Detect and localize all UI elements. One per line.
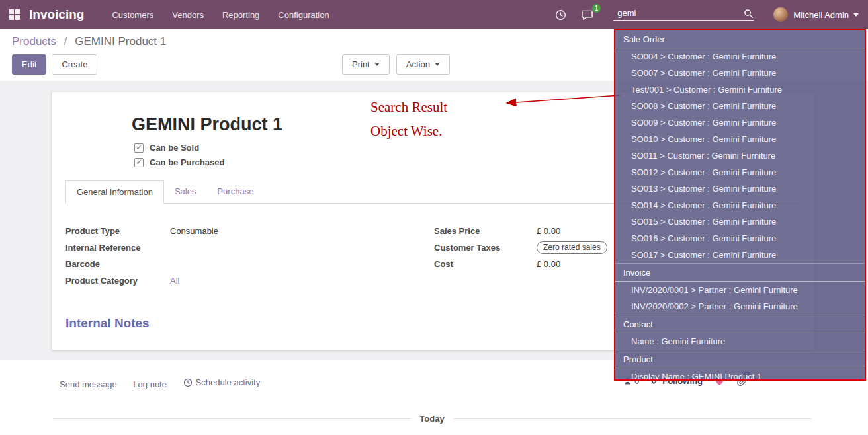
divider-line [454, 418, 811, 419]
breadcrumb-current: GEMINI Product 1 [75, 35, 166, 48]
search-icon[interactable] [744, 9, 754, 19]
product-category-row: Product Category All [65, 274, 434, 287]
menu-item[interactable]: Customers [112, 10, 153, 20]
chevron-down-icon [374, 63, 380, 69]
search-result-item[interactable]: SO017 > Customer : Gemini Furniture [615, 247, 865, 263]
schedule-activity-label: Schedule activity [196, 377, 261, 387]
today-label: Today [419, 414, 444, 424]
search-result-item[interactable]: SO015 > Customer : Gemini Furniture [615, 214, 865, 230]
checkbox-checked-icon[interactable] [134, 143, 144, 153]
breadcrumb-separator: / [64, 35, 67, 48]
log-note-button[interactable]: Log note [133, 379, 167, 389]
messages-icon[interactable]: 1 [581, 9, 593, 20]
app-title[interactable]: Invoicing [29, 7, 84, 22]
search-result-item[interactable]: SO007 > Customer : Gemini Furniture [615, 65, 865, 81]
search-group-header: Contact [615, 315, 865, 333]
search-group-header: Sale Order [615, 30, 865, 48]
print-menu-button[interactable]: Print [342, 54, 390, 75]
search-results-list: Sale OrderSO004 > Customer : Gemini Furn… [615, 30, 865, 381]
search-results-dropdown: Sale OrderSO004 > Customer : Gemini Furn… [614, 29, 866, 381]
search-result-item[interactable]: Test/001 > Customer : Gemini Furniture [615, 81, 865, 98]
print-button-label: Print [352, 59, 370, 69]
user-avatar[interactable] [773, 7, 788, 22]
user-menu[interactable]: Mitchell Admin [793, 10, 849, 20]
menu-item[interactable]: Reporting [222, 10, 259, 20]
barcode-label: Barcode [65, 258, 170, 270]
cost-label: Cost [434, 258, 537, 270]
edit-button[interactable]: Edit [12, 54, 46, 75]
breadcrumb-products-link[interactable]: Products [12, 35, 56, 48]
search-result-item[interactable]: SO016 > Customer : Gemini Furniture [615, 230, 865, 247]
document-action-buttons: Print Action [342, 54, 450, 75]
search-result-item[interactable]: INV/2020/0001 > Partner : Gemini Furnitu… [615, 282, 865, 298]
tab-general-information[interactable]: General Information [65, 180, 164, 204]
annotation-arrow [498, 90, 623, 110]
search-result-item[interactable]: SO010 > Customer : Gemini Furniture [615, 131, 865, 147]
internal-reference-label: Internal Reference [65, 241, 170, 254]
action-button-label: Action [406, 59, 430, 69]
can-be-purchased-label: Can be Purchased [150, 157, 224, 167]
tab-purchase[interactable]: Purchase [206, 180, 264, 203]
search-result-item[interactable]: SO008 > Customer : Gemini Furniture [615, 98, 865, 114]
can-be-sold-label: Can be Sold [150, 143, 199, 153]
chevron-down-icon [435, 63, 440, 69]
barcode-row: Barcode [65, 258, 434, 270]
internal-reference-row: Internal Reference [65, 241, 434, 254]
product-type-value: Consumable [170, 225, 218, 237]
top-menu: CustomersVendorsReportingConfiguration [112, 10, 329, 20]
cost-value: £ 0.00 [537, 258, 560, 270]
send-message-button[interactable]: Send message [60, 379, 117, 389]
customer-taxes-badge: Zero rated sales [537, 241, 607, 254]
annotation-line-2: Object Wise. [370, 119, 447, 143]
chevron-down-icon [853, 13, 859, 19]
search-result-item[interactable]: SO011 > Customer : Gemini Furniture [615, 147, 865, 164]
menu-item[interactable]: Configuration [278, 10, 329, 20]
sales-price-label: Sales Price [434, 225, 537, 237]
search-result-item[interactable]: SO004 > Customer : Gemini Furniture [615, 48, 865, 65]
product-type-label: Product Type [65, 225, 170, 237]
activities-clock-icon[interactable] [555, 9, 566, 20]
search-result-item[interactable]: Display Name : GEMINI Product 1 [615, 368, 865, 381]
search-result-item[interactable]: Name : Gemini Furniture [615, 333, 865, 350]
sales-price-value: £ 0.00 [537, 225, 560, 237]
product-type-row: Product Type Consumable [65, 225, 434, 237]
search-result-item[interactable]: SO012 > Customer : Gemini Furniture [615, 164, 865, 180]
tab-sales[interactable]: Sales [164, 180, 207, 203]
divider-line [53, 418, 410, 419]
top-navbar: Invoicing CustomersVendorsReportingConfi… [0, 0, 868, 29]
search-result-item[interactable]: SO009 > Customer : Gemini Furniture [615, 114, 865, 131]
menu-item[interactable]: Vendors [172, 10, 204, 20]
search-group-header: Product [615, 350, 865, 368]
customer-taxes-label: Customer Taxes [434, 241, 537, 254]
annotation-line-1: Search Result [370, 95, 447, 119]
clock-icon [183, 378, 193, 387]
product-category-label: Product Category [65, 274, 170, 287]
search-group-header: Invoice [615, 263, 865, 282]
create-button[interactable]: Create [52, 54, 97, 75]
product-category-value-link[interactable]: All [170, 274, 179, 287]
global-search [613, 8, 754, 21]
messages-count-badge: 1 [592, 4, 601, 13]
search-result-item[interactable]: SO013 > Customer : Gemini Furniture [615, 180, 865, 197]
checkbox-checked-icon[interactable] [134, 158, 144, 167]
screen: Invoicing CustomersVendorsReportingConfi… [0, 0, 868, 435]
search-result-item[interactable]: SO014 > Customer : Gemini Furniture [615, 197, 865, 214]
apps-grid-icon[interactable] [9, 9, 20, 20]
schedule-activity-button[interactable]: Schedule activity [183, 377, 261, 387]
field-column-left: Product Type Consumable Internal Referen… [65, 225, 434, 291]
annotation-note: Search Result Object Wise. [370, 95, 447, 143]
global-search-input[interactable] [613, 8, 744, 19]
action-menu-button[interactable]: Action [396, 54, 450, 75]
search-result-item[interactable]: INV/2020/0002 > Partner : Gemini Furnitu… [615, 298, 865, 315]
today-divider: Today [53, 414, 811, 424]
